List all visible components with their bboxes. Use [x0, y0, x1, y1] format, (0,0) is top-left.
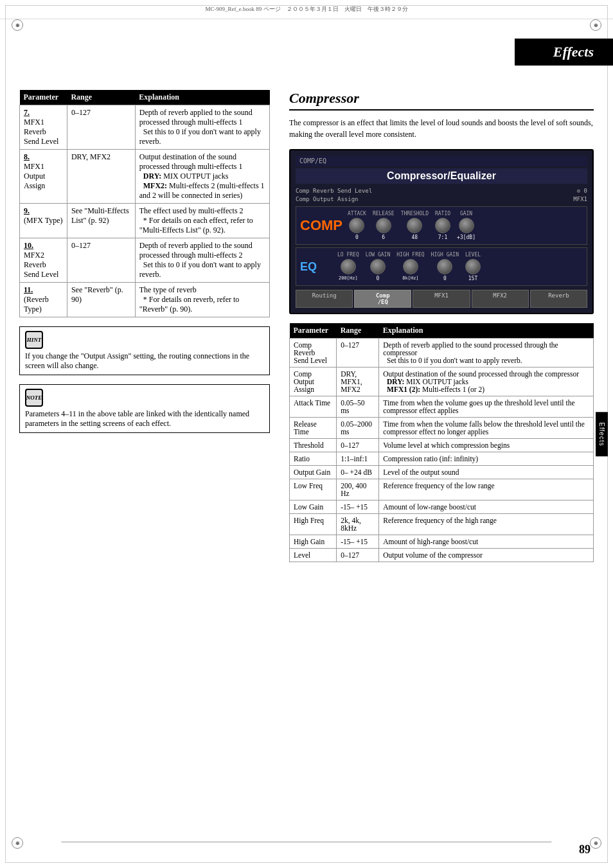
range-cell: 1:1–inf:1	[337, 452, 379, 466]
hint-text: If you change the "Output Assign" settin…	[25, 351, 249, 370]
knob-threshold: THRESHOLD 48	[401, 211, 429, 240]
table-row: Comp OutputAssign DRY, MFX1,MFX2 Output …	[290, 368, 594, 396]
param-cell: High Gain	[290, 535, 337, 549]
corner-mark-br: ⊕	[590, 837, 601, 849]
knob-gain: GAIN +3[dB]	[457, 211, 475, 240]
range-cell: 0– +24 dB	[337, 466, 379, 479]
table-row: Level 0–127 Output volume of the compres…	[290, 549, 594, 562]
range-cell: DRY, MFX1,MFX2	[337, 368, 379, 396]
param-cell: 10. MFX2 ReverbSend Level	[20, 238, 67, 283]
note-label: NOTE	[26, 394, 42, 401]
compressor-desc: The compressor is an effect that limits …	[289, 117, 594, 140]
table-row: Threshold 0–127 Volume level at which co…	[290, 439, 594, 452]
knob-high-gain: HIGH GAIN 0	[431, 252, 459, 281]
param-cell: Low Gain	[290, 500, 337, 514]
screen-assign-label: Comp Output Assign	[296, 196, 359, 202]
table-row: Ratio 1:1–inf:1 Compression ratio (inf: …	[290, 452, 594, 466]
table-row: Output Gain 0– +24 dB Level of the outpu…	[290, 466, 594, 479]
param-cell: Output Gain	[290, 466, 337, 479]
param-cell: Release Time	[290, 418, 337, 439]
col-header-range-r: Range	[337, 323, 379, 339]
screen-assign-row: Comp Output Assign MFX1	[296, 196, 587, 202]
col-header-explanation-r: Explanation	[379, 323, 594, 339]
explanation-cell: Amount of low-range boost/cut	[379, 500, 594, 514]
table-row: Low Gain -15– +15 Amount of low-range bo…	[290, 500, 594, 514]
param-cell: High Freq	[290, 514, 337, 535]
left-column: Parameter Range Explanation 7. MFX1 Reve…	[19, 90, 270, 562]
param-cell: Comp ReverbSend Level	[290, 339, 337, 368]
screen-tab-routing[interactable]: Routing	[296, 290, 353, 308]
table-row: Release Time 0.05–2000 ms Time from when…	[290, 418, 594, 439]
explanation-cell: Output destination of the sound processe…	[135, 150, 269, 204]
range-cell: 0–127	[337, 439, 379, 452]
col-header-explanation: Explanation	[135, 90, 269, 105]
col-header-parameter: Parameter	[20, 90, 67, 105]
table-row: 7. MFX1 ReverbSend Level 0–127 Depth of …	[20, 105, 270, 150]
screen-tab-mfx2[interactable]: MFX2	[472, 290, 529, 308]
table-row: 10. MFX2 ReverbSend Level 0–127 Depth of…	[20, 238, 270, 283]
note-box: NOTE Parameters 4–11 in the above table …	[19, 384, 270, 433]
param-num: 9.	[24, 206, 30, 215]
param-cell: Low Freq	[290, 479, 337, 500]
explanation-cell: Compression ratio (inf: infinity)	[379, 452, 594, 466]
note-text: Parameters 4–11 in the above table are l…	[25, 409, 249, 428]
explanation-cell: Reference frequency of the high range	[379, 514, 594, 535]
range-cell: DRY, MFX2	[67, 150, 135, 204]
range-cell: 2k, 4k, 8kHz	[337, 514, 379, 535]
explanation-cell: Time from when the volume falls below th…	[379, 418, 594, 439]
side-tab: Effects	[596, 412, 608, 456]
main-content: Parameter Range Explanation 7. MFX1 Reve…	[0, 19, 613, 575]
explanation-cell: The effect used by multi-effects 2 * For…	[135, 204, 269, 238]
knob-release: RELEASE 6	[373, 211, 395, 240]
knob-attack: ATTACK 0	[348, 211, 366, 240]
explanation-cell: Volume level at which compression begins	[379, 439, 594, 452]
right-column: Compressor The compressor is an effect t…	[289, 90, 594, 562]
range-cell: See "Multi-Effects List" (p. 92)	[67, 204, 135, 238]
screen-big-title: Compressor/Equalizer	[296, 168, 587, 184]
range-cell: 0–127	[337, 339, 379, 368]
hint-box: HINT If you change the "Output Assign" s…	[19, 326, 270, 375]
explanation-cell: Output volume of the compressor	[379, 549, 594, 562]
screen-send-row: Comp Reverb Send Level ⊙ 0	[296, 188, 587, 194]
knob-ratio: RATIO 7:1	[435, 211, 450, 240]
range-cell: 0–127	[337, 549, 379, 562]
explanation-cell: Depth of reverb applied to the sound pro…	[135, 105, 269, 150]
comp-label: COMP	[300, 217, 342, 234]
screen-tab-mfx1[interactable]: MFX1	[413, 290, 470, 308]
screen-image: COMP/EQ Compressor/Equalizer Comp Reverb…	[289, 149, 594, 314]
table-row: Comp ReverbSend Level 0–127 Depth of rev…	[290, 339, 594, 368]
param-num: 10.	[24, 241, 33, 250]
range-cell: 200, 400 Hz	[337, 479, 379, 500]
param-cell: Level	[290, 549, 337, 562]
hint-label: HINT	[27, 337, 42, 343]
comp-knobs-row: ATTACK 0 RELEASE 6 THRESHOLD 48	[348, 211, 583, 240]
header-meta: MC-909_Ref_e.book 89 ページ ２００５年３月１日 火曜日 午…	[0, 0, 613, 19]
param-cell: 7. MFX1 ReverbSend Level	[20, 105, 67, 150]
table-row: 11. (Reverb Type) See "Reverb" (p. 90) T…	[20, 283, 270, 317]
note-icon: NOTE	[25, 389, 43, 407]
screen-tabs: Routing Comp/EQ MFX1 MFX2 Reverb	[296, 290, 587, 308]
param-num: 11.	[24, 285, 33, 294]
screen-tab-compeq[interactable]: Comp/EQ	[354, 290, 411, 308]
table-row: 9. (MFX Type) See "Multi-Effects List" (…	[20, 204, 270, 238]
range-cell: 0.05–2000 ms	[337, 418, 379, 439]
explanation-cell: Amount of high-range boost/cut	[379, 535, 594, 549]
screen-tab-reverb[interactable]: Reverb	[530, 290, 587, 308]
param-cell: Threshold	[290, 439, 337, 452]
range-cell: -15– +15	[337, 535, 379, 549]
param-cell: Ratio	[290, 452, 337, 466]
corner-mark-tr: ⊕	[590, 19, 601, 31]
range-cell: 0.05–50 ms	[337, 396, 379, 418]
range-cell: 0–127	[67, 105, 135, 150]
knob-lo-freq: LO FREQ 200[Hz]	[337, 252, 359, 281]
corner-mark-tl: ⊕	[12, 19, 23, 31]
explanation-cell: Time from when the volume goes up the th…	[379, 396, 594, 418]
knob-low-gain: LOW GAIN 0	[366, 252, 391, 281]
explanation-cell: Output destination of the sound processe…	[379, 368, 594, 396]
range-cell: 0–127	[67, 238, 135, 283]
param-cell: 11. (Reverb Type)	[20, 283, 67, 317]
param-num: 7.	[24, 108, 30, 117]
page-number: 89	[579, 843, 591, 856]
param-num: 8.	[24, 152, 30, 161]
screen-assign-value: MFX1	[573, 196, 587, 202]
